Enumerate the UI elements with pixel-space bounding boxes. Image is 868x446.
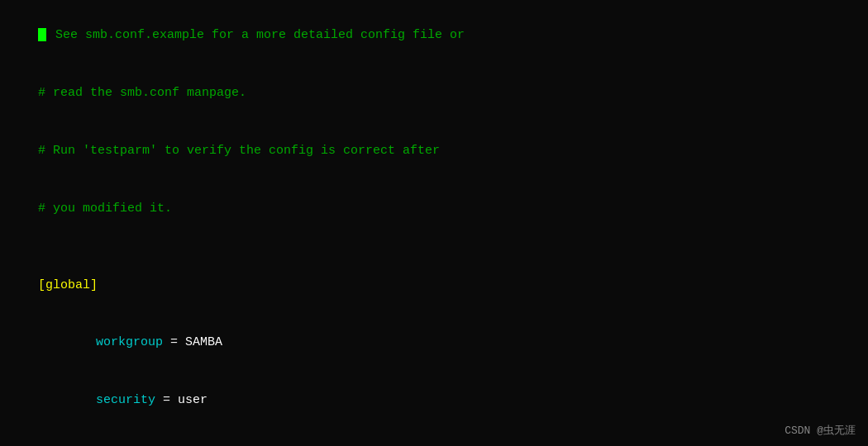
terminal: See smb.conf.example for a more detailed… <box>0 0 868 446</box>
config-value: SAMBA <box>185 335 222 349</box>
config-value: user <box>178 393 207 407</box>
line-blank-2 <box>8 429 860 447</box>
cursor-icon <box>38 28 46 41</box>
equals: = <box>163 335 185 349</box>
comment-text: # Run 'testparm' to verify the config is… <box>38 144 440 158</box>
line-3: # Run 'testparm' to verify the config is… <box>8 122 860 180</box>
equals: = <box>155 393 178 407</box>
line-workgroup: workgroup = SAMBA <box>8 314 860 372</box>
comment-text: # you modified it. <box>38 202 172 216</box>
line-1: See smb.conf.example for a more detailed… <box>8 7 860 64</box>
watermark: CSDN @虫无涯 <box>785 423 856 438</box>
line-blank-1 <box>8 237 860 256</box>
config-key: workgroup <box>96 335 163 349</box>
line-4: # you modified it. <box>8 179 860 237</box>
line-global-section: [global] <box>8 256 860 314</box>
comment-text: # read the smb.conf manpage. <box>38 86 246 100</box>
config-key: security <box>96 393 155 407</box>
section-label: [global] <box>38 278 98 292</box>
line-security: security = user <box>8 372 860 429</box>
comment-text: See smb.conf.example for a more detailed… <box>48 28 465 42</box>
line-2: # read the smb.conf manpage. <box>8 64 860 122</box>
